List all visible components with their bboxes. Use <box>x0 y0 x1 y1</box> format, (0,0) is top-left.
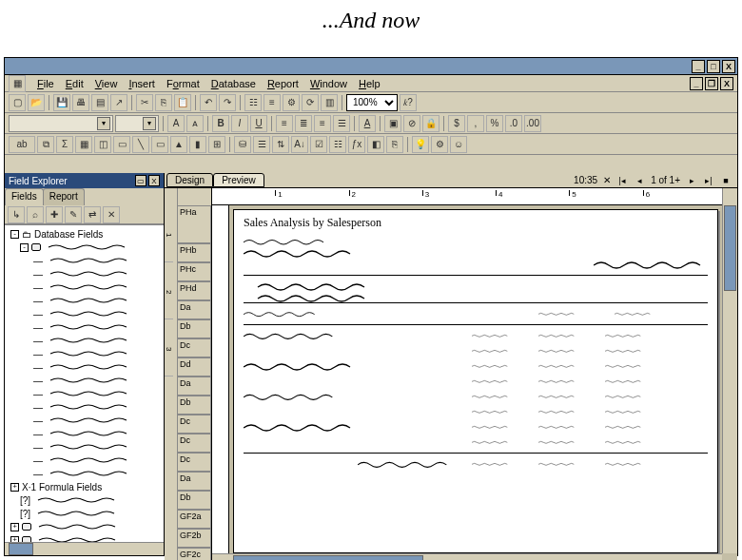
sort-button[interactable]: ≡ <box>264 94 281 111</box>
zoom-select[interactable]: 100% <box>346 94 398 111</box>
minimize-button[interactable]: _ <box>692 60 705 73</box>
mdi-close-button[interactable]: X <box>720 77 733 90</box>
section-pha[interactable]: PHa <box>178 205 211 243</box>
report-field[interactable] <box>244 248 358 258</box>
report-field[interactable] <box>244 309 320 319</box>
paste-button[interactable]: 📋 <box>174 94 191 111</box>
tab-design[interactable]: Design <box>166 173 213 187</box>
tab-report[interactable]: Report <box>43 188 85 205</box>
report-field[interactable] <box>538 437 576 447</box>
report-field[interactable] <box>538 331 576 340</box>
section-dc4[interactable]: Dc <box>178 453 211 472</box>
olap-expert-button[interactable]: ◧ <box>367 136 384 153</box>
field-node[interactable] <box>46 310 131 318</box>
field-node[interactable] <box>46 350 131 357</box>
menu-insert[interactable]: Insert <box>128 78 155 89</box>
report-field[interactable] <box>594 260 708 269</box>
chart-button[interactable]: ▥ <box>321 94 338 111</box>
report-field[interactable] <box>538 392 576 401</box>
insert-field-button[interactable]: ↳ <box>8 206 25 223</box>
percent-button[interactable]: % <box>486 115 503 132</box>
font-size-select[interactable]: ▾ <box>115 115 159 132</box>
report-field[interactable] <box>605 361 643 371</box>
maximize-button[interactable]: □ <box>707 60 720 73</box>
last-page-button[interactable]: ▸| <box>703 175 714 186</box>
inc-decimal-button[interactable]: .0 <box>505 115 522 132</box>
insert-chart-button[interactable]: ▮ <box>189 136 206 153</box>
menu-format[interactable]: Format <box>166 78 200 89</box>
report-options-button[interactable]: ⚙ <box>431 136 448 153</box>
edit-button[interactable]: ✎ <box>65 206 82 223</box>
formula-node[interactable] <box>33 496 119 504</box>
help-button[interactable]: 𝑘? <box>400 94 417 111</box>
section-da2[interactable]: Da <box>178 377 211 396</box>
print-button[interactable]: 🖶 <box>72 94 89 111</box>
close-button[interactable]: X <box>722 60 735 73</box>
section-phb[interactable]: PHb <box>178 243 211 262</box>
insert-group-button[interactable]: ⧉ <box>37 136 54 153</box>
align-right-button[interactable]: ≡ <box>314 115 331 132</box>
menu-help[interactable]: Help <box>359 78 381 89</box>
refresh-button[interactable]: ⟳ <box>302 94 319 111</box>
field-node[interactable] <box>46 403 131 411</box>
underline-button[interactable]: U <box>250 115 267 132</box>
canvas-hscroll[interactable] <box>212 553 722 560</box>
field-tree[interactable]: -🗀Database Fields - — — — — — — — — — — … <box>5 224 164 542</box>
field-node[interactable] <box>46 470 131 477</box>
suppress-button[interactable]: ⊘ <box>403 115 420 132</box>
insert-crosstab-button[interactable]: ▦ <box>75 136 92 153</box>
tab-fields[interactable]: Fields <box>5 188 44 205</box>
new-formula-button[interactable]: ✚ <box>46 206 63 223</box>
border-button[interactable]: ▣ <box>384 115 401 132</box>
copy-button[interactable]: ⎘ <box>155 94 172 111</box>
section-db[interactable]: Db <box>178 319 211 338</box>
insert-olap-button[interactable]: ◫ <box>94 136 111 153</box>
report-field[interactable] <box>605 331 643 340</box>
section-expert-button[interactable]: ☷ <box>329 136 346 153</box>
close-tab-icon[interactable]: ✕ <box>603 175 611 185</box>
report-field[interactable] <box>472 459 510 469</box>
template-expert-button[interactable]: ⎘ <box>386 136 403 153</box>
report-field[interactable] <box>244 331 339 340</box>
report-field[interactable] <box>538 407 576 416</box>
report-field[interactable] <box>244 293 386 302</box>
report-field[interactable] <box>538 459 576 469</box>
save-button[interactable]: 💾 <box>53 94 70 111</box>
field-explorer-hscroll[interactable] <box>5 542 164 555</box>
report-field[interactable] <box>538 309 576 319</box>
section-db2[interactable]: Db <box>178 396 211 415</box>
tab-preview[interactable]: Preview <box>213 173 264 187</box>
database-fields-node[interactable]: Database Fields <box>34 229 103 240</box>
field-node[interactable] <box>46 430 131 437</box>
field-node[interactable] <box>46 323 131 331</box>
insert-subreport-button[interactable]: ▭ <box>113 136 130 153</box>
group-expert-button[interactable]: ☰ <box>253 136 270 153</box>
vertical-ruler[interactable] <box>212 205 229 560</box>
report-field[interactable] <box>472 422 510 432</box>
undo-button[interactable]: ↶ <box>200 94 217 111</box>
section-phd[interactable]: PHd <box>178 281 211 300</box>
report-field[interactable] <box>244 422 358 432</box>
section-gf2a[interactable]: GF2a <box>178 510 211 529</box>
font-color-button[interactable]: A <box>359 115 376 132</box>
font-select[interactable]: ▾ <box>9 115 113 132</box>
insert-picture-button[interactable]: ▲ <box>170 136 187 153</box>
group-sort-expert-button[interactable]: ⇅ <box>272 136 289 153</box>
report-field[interactable] <box>472 392 510 401</box>
report-field[interactable] <box>605 459 643 469</box>
next-page-button[interactable]: ▸ <box>686 175 697 186</box>
report-field[interactable] <box>244 361 358 371</box>
field-node[interactable] <box>46 363 131 371</box>
font-grow-button[interactable]: A <box>167 115 185 132</box>
menu-file[interactable]: FFileile <box>37 78 54 89</box>
field-explorer-close-button[interactable]: X <box>148 175 160 186</box>
stop-button[interactable]: ■ <box>720 175 732 186</box>
currency-button[interactable]: $ <box>448 115 465 132</box>
redo-button[interactable]: ↷ <box>219 94 236 111</box>
report-title[interactable]: Sales Analysis by Salesperson <box>244 216 708 232</box>
insert-summary-button[interactable]: Σ <box>56 136 73 153</box>
horizontal-ruler[interactable]: 1 2 3 4 5 6 <box>212 188 737 205</box>
delete-button[interactable]: ✕ <box>103 206 120 223</box>
field-node[interactable] <box>46 337 131 344</box>
align-justify-button[interactable]: ☰ <box>333 115 350 132</box>
